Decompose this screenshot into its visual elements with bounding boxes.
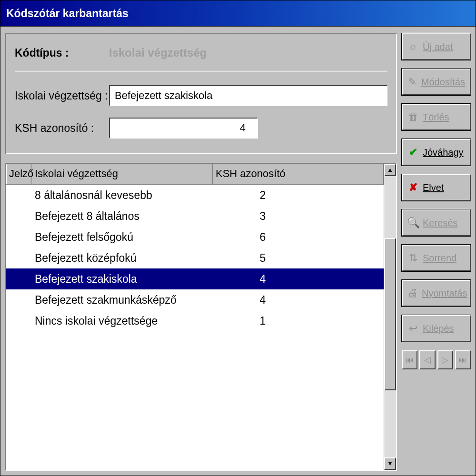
nav-first-button[interactable]: ⏮ <box>402 350 417 369</box>
ksh-label: KSH azonosító : <box>15 122 109 135</box>
col-header-ksh[interactable]: KSH azonosító <box>213 164 384 184</box>
left-column: Kódtípus : Iskolai végzettség Iskolai vé… <box>5 33 397 471</box>
scroll-thumb[interactable] <box>384 238 396 390</box>
vertical-scrollbar[interactable]: ▲ ▼ <box>384 164 396 470</box>
cell-ksh: 1 <box>213 315 332 327</box>
list-rows: 8 általánosnál kevesebb2Befejezett 8 ált… <box>6 185 384 470</box>
scroll-down-button[interactable]: ▼ <box>384 457 396 470</box>
cell-name: Nincs iskolai végzettsége <box>32 315 213 327</box>
jovahagy-label: Jóváhagy <box>423 147 465 158</box>
kereses-button[interactable]: 🔍 Keresés <box>402 209 471 236</box>
dialog-window: Kódszótár karbantartás Kódtípus : Iskola… <box>0 0 476 476</box>
nyomtatas-label: Nyomtatás <box>422 288 467 299</box>
ujadat-button[interactable]: ☼ Új adat <box>402 33 471 60</box>
check-icon: ✔ <box>407 147 419 158</box>
torles-label: Törlés <box>423 112 465 123</box>
cell-ksh: 3 <box>213 210 332 223</box>
body: Kódtípus : Iskolai végzettség Iskolai vé… <box>0 27 476 476</box>
cell-ksh: 5 <box>213 252 332 265</box>
cell-ksh: 4 <box>213 273 332 286</box>
torles-button[interactable]: 🗑 Törlés <box>402 104 471 130</box>
kodtipus-value: Iskolai végzettség <box>109 46 207 60</box>
print-icon: 🖨 <box>407 288 418 299</box>
sorrend-label: Sorrend <box>423 253 465 264</box>
sorrend-button[interactable]: ⇅ Sorrend <box>402 245 471 271</box>
ujadat-label: Új adat <box>423 41 465 52</box>
ksh-input[interactable] <box>109 118 258 139</box>
scroll-up-button[interactable]: ▲ <box>384 164 396 176</box>
nyomtatas-button[interactable]: 🖨 Nyomtatás <box>402 280 471 307</box>
kodtipus-label: Kódtípus : <box>15 47 109 60</box>
elvet-label: Elvet <box>423 182 465 193</box>
cell-name: Befejezett középfokú <box>32 252 213 265</box>
table-row[interactable]: Befejezett középfokú5 <box>6 248 384 268</box>
kereses-label: Keresés <box>423 218 465 228</box>
kilepes-button[interactable]: ↩ Kilépés <box>402 315 471 342</box>
iskolai-input[interactable] <box>109 85 387 106</box>
sun-icon: ☼ <box>407 41 419 52</box>
cell-name: Befejezett szakmunkásképző <box>32 294 213 307</box>
cell-name: 8 általánosnál kevesebb <box>32 189 213 202</box>
table-row[interactable]: Befejezett szakmunkásképző4 <box>6 289 384 310</box>
col-header-jelzo[interactable]: Jelző <box>6 164 32 184</box>
col-header-iskolai[interactable]: Iskolai végzettség <box>32 164 213 184</box>
exit-icon: ↩ <box>407 323 419 334</box>
sort-icon: ⇅ <box>407 252 419 264</box>
divider <box>15 71 387 72</box>
list-panel: Jelző Iskolai végzettség KSH azonosító 8… <box>5 163 397 471</box>
table-row[interactable]: 8 általánosnál kevesebb2 <box>6 185 384 206</box>
cell-ksh: 6 <box>213 231 332 244</box>
list-header: Jelző Iskolai végzettség KSH azonosító <box>6 164 384 185</box>
trash-icon: 🗑 <box>407 111 419 123</box>
cell-ksh: 4 <box>213 294 332 307</box>
elvet-button[interactable]: ✘ Elvet <box>402 174 471 201</box>
record-nav: ⏮ ◁ ▷ ⏭ <box>402 350 471 369</box>
jovahagy-button[interactable]: ✔ Jóváhagy <box>402 139 471 166</box>
table-row[interactable]: Befejezett szakiskola4 <box>6 268 384 289</box>
table-row[interactable]: Nincs iskolai végzettsége1 <box>6 310 384 331</box>
title-bar: Kódszótár karbantartás <box>0 0 476 27</box>
scroll-track[interactable] <box>384 176 396 457</box>
cell-name: Befejezett szakiskola <box>32 273 213 286</box>
edit-icon: ✎ <box>407 76 417 88</box>
modositas-button[interactable]: ✎ Módosítás <box>402 69 471 95</box>
iskolai-label: Iskolai végzettség : <box>15 89 109 102</box>
table-row[interactable]: Befejezett 8 általános3 <box>6 206 384 227</box>
kilepes-label: Kilépés <box>423 323 465 334</box>
cell-name: Befejezett felsőgokú <box>32 231 213 244</box>
cell-name: Befejezett 8 általános <box>32 210 213 223</box>
window-title: Kódszótár karbantartás <box>6 7 129 20</box>
nav-last-button[interactable]: ⏭ <box>455 350 471 369</box>
search-icon: 🔍 <box>407 217 419 228</box>
nav-next-button[interactable]: ▷ <box>437 350 453 369</box>
nav-prev-button[interactable]: ◁ <box>419 350 435 369</box>
cross-icon: ✘ <box>407 182 419 193</box>
table-row[interactable]: Befejezett felsőgokú6 <box>6 227 384 248</box>
modositas-label: Módosítás <box>421 77 465 88</box>
form-panel: Kódtípus : Iskolai végzettség Iskolai vé… <box>5 33 397 154</box>
cell-ksh: 2 <box>213 189 332 202</box>
right-column: ☼ Új adat ✎ Módosítás 🗑 Törlés ✔ Jóváhag… <box>402 33 471 471</box>
